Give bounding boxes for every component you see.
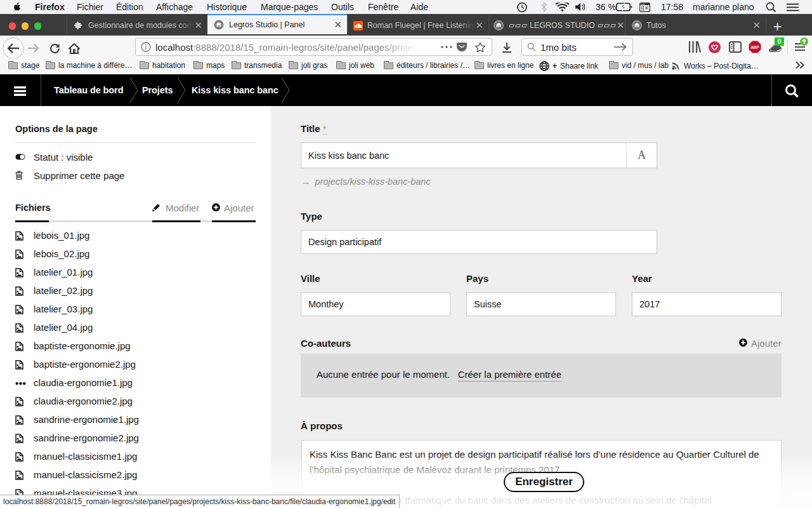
svg-text:ABP: ABP bbox=[750, 45, 759, 50]
